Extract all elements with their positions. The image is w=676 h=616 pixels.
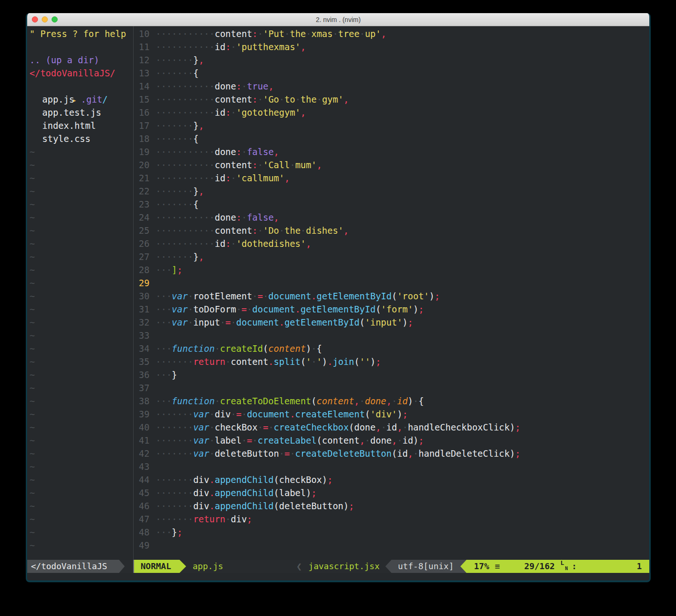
code-line[interactable]: 18·······{ bbox=[134, 132, 649, 145]
code-text: ···········id:·'putthexmas', bbox=[150, 40, 306, 53]
code-line[interactable]: 37 bbox=[134, 381, 649, 394]
code-line[interactable]: 38···function·createToDoElement(content,… bbox=[134, 394, 649, 408]
code-line[interactable]: 22·······}, bbox=[134, 185, 649, 198]
code-line[interactable]: 31···var·toDoForm·=·document.getElementB… bbox=[134, 303, 649, 316]
code-line[interactable]: 12·······}, bbox=[134, 53, 649, 67]
line-number: 32 bbox=[134, 316, 150, 329]
code-text: ·······return·div; bbox=[150, 512, 252, 526]
code-line[interactable]: 14···········done:·true, bbox=[134, 80, 649, 93]
code-line[interactable]: 21···········id:·'callmum', bbox=[134, 171, 649, 185]
line-number: 18 bbox=[134, 132, 150, 145]
code-text: ·······}, bbox=[150, 119, 204, 132]
tilde-row: ~ bbox=[30, 460, 133, 473]
code-line[interactable]: 23·······{ bbox=[134, 198, 649, 211]
netrw-updir-item[interactable]: .. (up a dir) bbox=[30, 53, 133, 67]
line-number: 45 bbox=[134, 486, 150, 499]
code-line[interactable]: 29 bbox=[134, 276, 649, 289]
tilde-row: ~ bbox=[30, 447, 133, 460]
code-line[interactable]: 32···var·input·=·document.getElementById… bbox=[134, 316, 649, 329]
code-text bbox=[150, 276, 156, 289]
code-text: ·······{ bbox=[150, 67, 199, 80]
powerline-arrow-icon bbox=[385, 560, 391, 573]
code-line[interactable]: 28···]; bbox=[134, 263, 649, 276]
code-text: ···········content:·'Do·the·dishes', bbox=[150, 224, 349, 237]
code-line[interactable]: 17·······}, bbox=[134, 119, 649, 132]
code-line[interactable]: 43 bbox=[134, 460, 649, 473]
code-text: ···········done:·false, bbox=[150, 145, 279, 158]
code-line[interactable]: 15···········content:·'Go·to·the·gym', bbox=[134, 93, 649, 106]
tilde-row: ~ bbox=[30, 421, 133, 434]
file-item-index-html[interactable]: index.html bbox=[30, 119, 133, 132]
mode-indicator: NORMAL bbox=[134, 560, 180, 573]
code-line[interactable]: 13·······{ bbox=[134, 67, 649, 80]
code-text: ···} bbox=[150, 368, 177, 381]
line-number: 19 bbox=[134, 145, 150, 158]
file-item-style-css[interactable]: style.css bbox=[30, 132, 133, 145]
scroll-percent: 17% bbox=[474, 560, 489, 573]
file-item-app-test-js[interactable]: app.test.js bbox=[30, 106, 133, 119]
tilde-row: ~ bbox=[30, 185, 133, 198]
code-line[interactable]: 39·······var·div·=·document.createElemen… bbox=[134, 408, 649, 421]
code-line[interactable]: 25···········content:·'Do·the·dishes', bbox=[134, 224, 649, 237]
code-line[interactable]: 24···········done:·false, bbox=[134, 211, 649, 224]
line-number: 16 bbox=[134, 106, 150, 119]
tilde-row: ~ bbox=[30, 316, 133, 329]
code-line[interactable]: 41·······var·label·=·createLabel(content… bbox=[134, 434, 649, 447]
code-line[interactable]: 35·······return·content.split('·').join(… bbox=[134, 355, 649, 368]
code-line[interactable]: 11···········id:·'putthexmas', bbox=[134, 40, 649, 53]
line-number: 39 bbox=[134, 408, 150, 421]
statusline-main-section: NORMAL app.js ❮ javascript.jsx utf-8[uni… bbox=[134, 560, 649, 573]
netrw-sidebar: " Press ? for help .. (up a dir) </todoV… bbox=[27, 26, 133, 560]
line-number: 33 bbox=[134, 329, 150, 342]
code-line[interactable]: 34···function·createId(content)·{ bbox=[134, 342, 649, 355]
tilde-row: ~ bbox=[30, 237, 133, 250]
code-text: ···········content:·'Call·mum', bbox=[150, 158, 322, 171]
code-line[interactable]: 36···} bbox=[134, 368, 649, 381]
tilde-row: ~ bbox=[30, 289, 133, 303]
tilde-row: ~ bbox=[30, 486, 133, 499]
code-text bbox=[150, 460, 156, 473]
code-line[interactable]: 40·······var·checkBox·=·createCheckbox(d… bbox=[134, 421, 649, 434]
statusline-netrw-section: </todoVanillaJS bbox=[27, 560, 133, 573]
netrw-root-path: </todoVanillaJS/ bbox=[30, 67, 133, 80]
tilde-row: ~ bbox=[30, 381, 133, 394]
code-line[interactable]: 30···var·rootElement·=·document.getEleme… bbox=[134, 289, 649, 303]
code-line[interactable]: 42·······var·deleteButton·=·createDelete… bbox=[134, 447, 649, 460]
code-text: ···········done:·true, bbox=[150, 80, 274, 93]
line-number: 35 bbox=[134, 355, 150, 368]
code-line[interactable]: 33 bbox=[134, 329, 649, 342]
code-line[interactable]: 45·······div.appendChild(label); bbox=[134, 486, 649, 499]
tilde-row: ~ bbox=[30, 171, 133, 185]
code-line[interactable]: 20···········content:·'Call·mum', bbox=[134, 158, 649, 171]
code-line[interactable]: 16···········id:·'gotothegym', bbox=[134, 106, 649, 119]
terminal-window: 2. nvim . (nvim) " Press ? for help .. (… bbox=[26, 13, 651, 582]
tilde-row: ~ bbox=[30, 394, 133, 408]
code-line[interactable]: 46·······div.appendChild(deleteButton); bbox=[134, 499, 649, 512]
code-text: ···function·createId(content)·{ bbox=[150, 342, 322, 355]
code-text: ···········content:·'Put·the·xmas·tree·u… bbox=[150, 27, 386, 40]
code-buffer[interactable]: 10···········content:·'Put·the·xmas·tree… bbox=[134, 26, 649, 560]
line-number: 29 bbox=[134, 276, 150, 289]
code-line[interactable]: 47·······return·div; bbox=[134, 512, 649, 526]
code-text: ···········done:·false, bbox=[150, 211, 279, 224]
line-number: 38 bbox=[134, 394, 150, 408]
code-line[interactable]: 19···········done:·false, bbox=[134, 145, 649, 158]
line-number: 43 bbox=[134, 460, 150, 473]
code-line[interactable]: 44·······div.appendChild(checkBox); bbox=[134, 473, 649, 486]
line-number: 36 bbox=[134, 368, 150, 381]
tilde-row: ~ bbox=[30, 355, 133, 368]
code-text: ·······var·checkBox·=·createCheckbox(don… bbox=[150, 421, 520, 434]
code-line[interactable]: 26···········id:·'dothedishes', bbox=[134, 237, 649, 250]
code-line[interactable]: 27·······}, bbox=[134, 250, 649, 263]
tilde-row: ~ bbox=[30, 224, 133, 237]
code-line[interactable]: 49 bbox=[134, 539, 649, 552]
line-number: 49 bbox=[134, 539, 150, 552]
code-line[interactable]: 10···········content:·'Put·the·xmas·tree… bbox=[134, 27, 649, 40]
code-text: ···········id:·'callmum', bbox=[150, 171, 290, 185]
line-number: 14 bbox=[134, 80, 150, 93]
code-line[interactable]: 48···}; bbox=[134, 526, 649, 539]
command-line[interactable] bbox=[27, 573, 649, 581]
line-number: 11 bbox=[134, 40, 150, 53]
tree-item-git-dir[interactable]: ▸.git/ bbox=[30, 80, 133, 93]
line-number: 34 bbox=[134, 342, 150, 355]
